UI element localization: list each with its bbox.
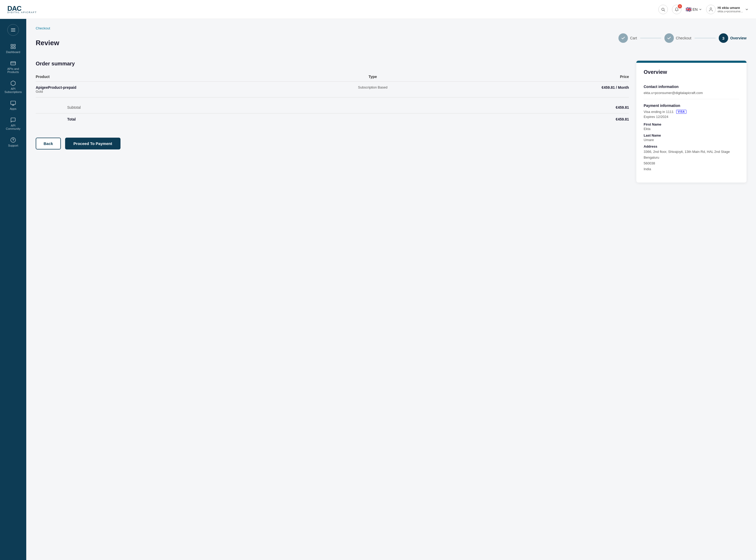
sidebar-label-subscriptions: API Subscriptions (3, 87, 23, 94)
address-line1: 3366, 2nd floor, Shivajoyti, 13th Main R… (644, 150, 730, 154)
address-line2: Bengaluru (644, 156, 659, 159)
step-checkout-check (665, 33, 674, 43)
language-label: EN (692, 7, 697, 12)
sidebar-item-support[interactable]: Support (2, 135, 24, 150)
subscriptions-icon (10, 80, 16, 86)
sidebar-item-api-subscriptions[interactable]: API Subscriptions (2, 78, 24, 96)
product-name: ApigeeProduct-prepaid (36, 85, 283, 89)
avatar (706, 5, 716, 14)
user-icon (709, 7, 713, 12)
subtotal-row: Subtotal €459.81 (36, 102, 629, 114)
order-summary-title: Order summary (36, 61, 629, 67)
svg-rect-12 (11, 101, 16, 104)
order-table: Product Type Price ApigeeProduct-prepaid… (36, 72, 629, 125)
col-type: Type (283, 72, 462, 82)
menu-icon (10, 27, 16, 33)
apps-icon (10, 100, 16, 106)
step-checkout: Checkout (665, 33, 691, 43)
step-overview: 3 Overview (719, 33, 747, 43)
main-content: Checkout Review Cart Checkout (26, 19, 756, 560)
contact-section: Contact information ekta.u+pconsumer@dig… (644, 80, 739, 99)
svg-point-15 (11, 138, 16, 142)
sidebar-toggle-button[interactable] (7, 24, 19, 36)
overview-card: Overview Contact information ekta.u+pcon… (636, 61, 747, 183)
sidebar-item-dashboard[interactable]: Dashboard (2, 41, 24, 56)
first-name-value: Ekta (644, 127, 739, 131)
product-price: €459.81 / Month (462, 82, 629, 97)
svg-rect-8 (11, 47, 13, 48)
top-navigation: DAC DIGITAL APICRAFT 0 🇬🇧 EN (0, 0, 756, 19)
step-cart: Cart (618, 33, 637, 43)
sidebar-label-support: Support (8, 144, 18, 147)
language-selector[interactable]: 🇬🇧 EN (686, 6, 702, 12)
svg-point-2 (710, 7, 712, 9)
breadcrumb[interactable]: Checkout (36, 26, 747, 30)
chevron-down-icon (699, 8, 702, 11)
first-name-block: First Name Ekta (644, 122, 739, 131)
spacer-row (36, 97, 629, 102)
address-values: 3366, 2nd floor, Shivajoyti, 13th Main R… (644, 149, 739, 172)
notification-badge: 0 (678, 4, 682, 8)
product-type: Subscription Based (283, 82, 462, 97)
order-summary-panel: Order summary Product Type Price ApigeeP… (36, 61, 629, 183)
step-connector-1 (640, 38, 661, 38)
last-name-label: Last Name (644, 134, 739, 137)
sidebar-item-apis-products[interactable]: APIs and Products (2, 58, 24, 76)
payment-section: Payment information Visa ending in 1111 … (644, 99, 739, 176)
last-name-block: Last Name Umare (644, 134, 739, 142)
back-button[interactable]: Back (36, 138, 61, 149)
sidebar: Dashboard APIs and Products API Subscrip… (0, 19, 26, 560)
flag-icon: 🇬🇧 (686, 6, 691, 12)
user-menu[interactable]: Hi ekta umare ekta.u+pconsume... (706, 5, 749, 14)
topnav-actions: 0 🇬🇧 EN Hi ekta umare ekta.u+pconsume... (658, 5, 749, 14)
step-cart-label: Cart (630, 36, 637, 40)
svg-rect-6 (11, 44, 13, 46)
sidebar-label-community: API Community (3, 124, 23, 130)
user-name: Hi ekta umare (718, 6, 743, 10)
address-label: Address (644, 144, 739, 148)
community-icon (10, 117, 16, 123)
payment-section-title: Payment information (644, 103, 739, 108)
overview-panel: Overview Contact information ekta.u+pcon… (636, 61, 747, 183)
sidebar-label-apis: APIs and Products (3, 67, 23, 74)
contact-section-title: Contact information (644, 85, 739, 89)
contact-email: ekta.u+pconsumer@digitalapicraft.com (644, 91, 739, 95)
visa-badge: VISA (676, 110, 687, 114)
sidebar-label-dashboard: Dashboard (6, 51, 20, 54)
sidebar-item-api-community[interactable]: API Community (2, 115, 24, 133)
proceed-to-payment-button[interactable]: Proceed To Payment (65, 138, 121, 149)
user-email: ekta.u+pconsume... (718, 10, 743, 13)
address-block: Address 3366, 2nd floor, Shivajoyti, 13t… (644, 144, 739, 172)
bottom-actions: Back Proceed To Payment (36, 138, 629, 149)
content-area: Order summary Product Type Price ApigeeP… (36, 61, 747, 183)
product-tier: Gold (36, 89, 283, 94)
payment-card-row: Visa ending in 1111 VISA (644, 110, 739, 114)
logo: DAC DIGITAL APICRAFT (7, 5, 37, 14)
svg-rect-7 (14, 44, 15, 46)
step-checkout-label: Checkout (676, 36, 691, 40)
col-product: Product (36, 72, 283, 82)
check-icon-2 (667, 36, 671, 40)
notifications-button[interactable]: 0 (672, 5, 681, 14)
svg-rect-10 (11, 62, 16, 65)
svg-line-1 (664, 10, 665, 11)
step-overview-label: Overview (730, 36, 747, 40)
first-name-label: First Name (644, 122, 739, 126)
search-button[interactable] (658, 5, 668, 14)
page-title: Review (36, 39, 59, 47)
logo-subtext: DIGITAL APICRAFT (7, 11, 37, 14)
overview-card-body: Overview Contact information ekta.u+pcon… (636, 63, 747, 183)
check-icon (621, 36, 625, 40)
sidebar-label-apps: Apps (10, 107, 16, 110)
user-chevron-icon (745, 7, 749, 11)
svg-rect-9 (14, 47, 15, 48)
last-name-value: Umare (644, 138, 739, 142)
support-icon (10, 137, 16, 143)
step-connector-2 (695, 38, 716, 38)
apis-icon (10, 60, 16, 66)
checkout-steps: Cart Checkout 3 Overview (618, 33, 747, 43)
col-price: Price (462, 72, 629, 82)
main-layout: Dashboard APIs and Products API Subscrip… (0, 19, 756, 560)
sidebar-item-apps[interactable]: Apps (2, 98, 24, 113)
step-cart-check (618, 33, 628, 43)
